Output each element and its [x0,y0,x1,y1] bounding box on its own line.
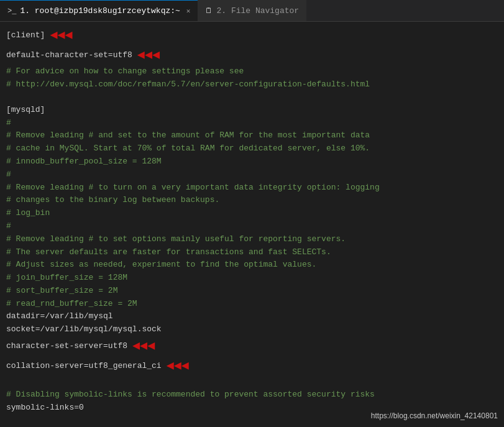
code-text: # Remove leading # to set options mainly… [6,234,346,244]
line-charset-server: character-set-server=utf8 ◀◀◀ [6,336,498,356]
watermark: https://blog.csdn.net/weixin_42140801 [371,410,498,422]
code-text: # read_rnd_buffer_size = 2M [6,299,137,308]
code-text: # sort_buffer_size = 2M [6,286,117,295]
arrow-collation: ◀◀◀ [167,356,189,376]
tab-file-navigator[interactable]: 🗒 2. File Navigator [198,0,306,21]
line-binary-comment: # changes to the binary log between back… [6,194,498,207]
code-text: # [6,170,11,179]
file-navigator-icon: 🗒 [205,6,213,16]
tab-bar: >_ 1. root@izbp19dsk8ug1rzceytwkqz:~ ✕ 🗒… [0,0,504,22]
line-cache-comment: # cache in MySQL. Start at 70% of total … [6,142,498,155]
code-text: # changes to the binary log between back… [6,195,219,204]
line-collation-server: collation-server=utf8_general_ci ◀◀◀ [6,356,498,376]
code-text: # The server defaults are faster for tra… [6,247,331,257]
code-text: # Adjust sizes as needed, experiment to … [6,260,316,269]
code-text: character-set-server=utf8 [6,340,127,352]
code-text: # For advice on how to change settings p… [6,67,244,76]
arrow-charset: ◀◀◀ [137,45,160,65]
line-logging-comment: # Remove leading # to turn on a very imp… [6,181,498,195]
code-text: symbolic-links=0 [6,403,84,412]
arrow-charset-server: ◀◀◀ [132,336,155,356]
terminal-content: [client] ◀◀◀ default-character-set=utf8 … [0,22,504,427]
line-symlinks-comment: # Disabling symbolic-links is recommende… [6,388,498,402]
line-join-buffer: # join_buffer_size = 128M [6,272,498,285]
line-hash1: # [6,117,498,130]
line-server-defaults: # The server defaults are faster for tra… [6,246,498,259]
code-text: # join_buffer_size = 128M [6,273,127,282]
line-logbin: # log_bin [6,207,498,220]
line-adjust-sizes: # Adjust sizes as needed, experiment to … [6,259,498,272]
code-text: # Disabling symbolic-links is recommende… [6,390,375,399]
line-read-buffer: # read_rnd_buffer_size = 2M [6,298,498,311]
tab-file-navigator-label: 2. File Navigator [216,6,299,16]
line-empty1 [6,91,498,104]
app-container: >_ 1. root@izbp19dsk8ug1rzceytwkqz:~ ✕ 🗒… [0,0,504,427]
line-comment1: # For advice on how to change settings p… [6,65,498,78]
line-client: [client] ◀◀◀ [6,25,498,45]
line-hash2: # [6,168,498,181]
code-text: default-character-set=utf8 [6,49,132,62]
code-text: # [6,221,11,231]
code-text: # http://dev.mysql.com/doc/refman/5.7/en… [6,80,370,89]
line-default-charset: default-character-set=utf8 ◀◀◀ [6,45,498,65]
code-text: datadir=/var/lib/mysql [6,311,113,321]
code-text: # Remove leading # and set to the amount… [6,131,370,140]
tab-terminal-label: 1. root@izbp19dsk8ug1rzceytwkqz:~ [20,6,180,16]
line-sort-buffer: # sort_buffer_size = 2M [6,285,498,298]
terminal-icon: >_ [7,7,16,16]
line-empty2 [6,376,498,388]
code-text: [mysqld] [6,105,45,114]
line-ram-comment: # Remove leading # and set to the amount… [6,129,498,142]
line-mysqld: [mysqld] [6,104,498,117]
line-hash3: # [6,220,498,233]
tab-terminal-close[interactable]: ✕ [186,7,191,15]
arrow-client: ◀◀◀ [50,25,72,45]
tab-terminal[interactable]: >_ 1. root@izbp19dsk8ug1rzceytwkqz:~ ✕ [0,0,198,21]
code-text: [client] [6,29,45,42]
code-text: # innodb_buffer_pool_size = 128M [6,157,162,166]
code-text: # cache in MySQL. Start at 70% of total … [6,144,370,153]
line-socket: socket=/var/lib/mysql/mysql.sock [6,323,498,336]
code-text: collation-server=utf8_general_ci [6,360,162,372]
line-reporting-comment: # Remove leading # to set options mainly… [6,233,498,246]
code-text: socket=/var/lib/mysql/mysql.sock [6,324,162,334]
code-text: # [6,118,11,127]
line-comment2: # http://dev.mysql.com/doc/refman/5.7/en… [6,78,498,91]
code-text: # Remove leading # to turn on a very imp… [6,183,380,192]
code-text: # log_bin [6,208,50,218]
line-innodb: # innodb_buffer_pool_size = 128M [6,155,498,168]
line-datadir: datadir=/var/lib/mysql [6,310,498,323]
